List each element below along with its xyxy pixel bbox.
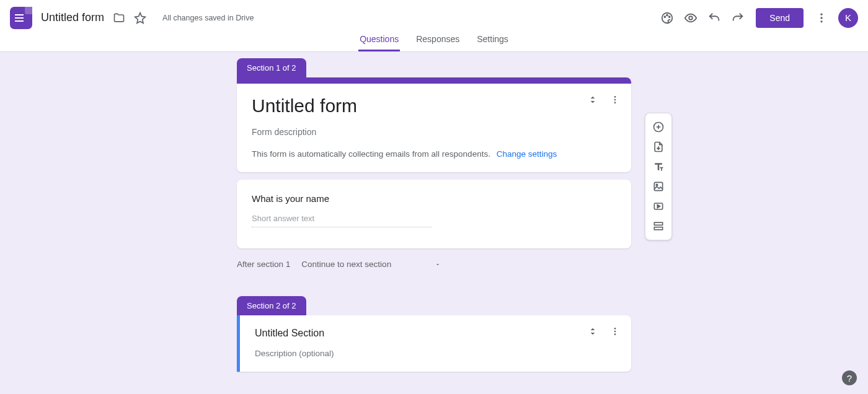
tab-settings[interactable]: Settings [476, 32, 510, 51]
main-tabs: Questions Responses Settings [0, 32, 868, 51]
help-icon[interactable]: ? [842, 370, 857, 385]
chevron-down-icon [435, 261, 441, 268]
tab-responses[interactable]: Responses [415, 32, 461, 51]
svg-point-14 [614, 96, 616, 98]
section2-badge: Section 2 of 2 [237, 296, 306, 315]
short-answer-placeholder: Short answer text [252, 214, 432, 227]
redo-icon[interactable] [726, 6, 750, 30]
collapse-icon[interactable] [588, 95, 598, 105]
question-toolbar [645, 113, 672, 240]
svg-point-6 [820, 17, 822, 19]
svg-point-7 [820, 20, 822, 22]
question-card-1[interactable]: What is your name Short answer text [237, 180, 631, 248]
svg-point-4 [689, 16, 693, 20]
email-collection-notice: This form is automatically collecting em… [252, 149, 616, 159]
add-image-icon[interactable] [647, 177, 670, 196]
tab-questions[interactable]: Questions [358, 32, 400, 51]
svg-point-1 [665, 16, 666, 17]
add-question-icon[interactable] [647, 117, 670, 137]
form-title[interactable]: Untitled form [41, 11, 104, 24]
app-header: Untitled form All changes saved in Drive… [0, 0, 868, 52]
after-section-row: After section 1 Continue to next section [237, 257, 631, 271]
header-top-row: Untitled form All changes saved in Drive… [0, 0, 868, 32]
palette-icon[interactable] [655, 6, 679, 30]
star-icon[interactable] [133, 11, 148, 25]
svg-point-3 [669, 16, 670, 17]
question-title[interactable]: What is your name [252, 193, 616, 204]
email-notice-text: This form is automatically collecting em… [252, 149, 490, 159]
avatar[interactable]: K [838, 8, 858, 28]
svg-rect-13 [654, 227, 662, 230]
preview-icon[interactable] [679, 6, 702, 30]
send-button[interactable]: Send [756, 8, 804, 28]
after-section-dropdown[interactable]: Continue to next section [298, 257, 445, 271]
card-more-icon[interactable] [610, 95, 620, 105]
add-title-icon[interactable] [647, 157, 670, 177]
forms-logo-icon[interactable] [10, 7, 32, 29]
change-settings-link[interactable]: Change settings [497, 149, 557, 159]
form-header-card[interactable]: Untitled form Form description This form… [237, 77, 631, 172]
import-questions-icon[interactable] [647, 137, 670, 157]
move-to-folder-icon[interactable] [112, 11, 126, 25]
add-video-icon[interactable] [647, 196, 670, 216]
svg-rect-9 [654, 182, 662, 190]
save-status: All changes saved in Drive [162, 14, 254, 22]
after-section-label: After section 1 [237, 260, 290, 269]
section2-description-input[interactable]: Description (optional) [255, 349, 616, 358]
form-title-input[interactable]: Untitled form [252, 95, 616, 117]
section1-badge: Section 1 of 2 [237, 58, 306, 77]
svg-point-15 [614, 99, 616, 101]
after-section-option: Continue to next section [301, 260, 391, 269]
section2-header-card[interactable]: Untitled Section Description (optional) [237, 315, 631, 372]
section2-title-input[interactable]: Untitled Section [255, 328, 616, 339]
svg-point-16 [614, 102, 616, 103]
svg-point-18 [614, 331, 616, 333]
svg-point-2 [666, 14, 668, 15]
card-more-icon[interactable] [610, 326, 620, 336]
svg-point-5 [820, 13, 822, 15]
add-section-icon[interactable] [647, 216, 670, 236]
svg-point-10 [656, 184, 658, 186]
undo-icon[interactable] [702, 6, 726, 30]
svg-rect-12 [654, 222, 662, 225]
collapse-icon[interactable] [588, 326, 598, 336]
svg-point-17 [614, 328, 616, 330]
form-description-input[interactable]: Form description [252, 127, 616, 137]
more-icon[interactable] [810, 6, 833, 30]
svg-point-19 [614, 333, 616, 335]
